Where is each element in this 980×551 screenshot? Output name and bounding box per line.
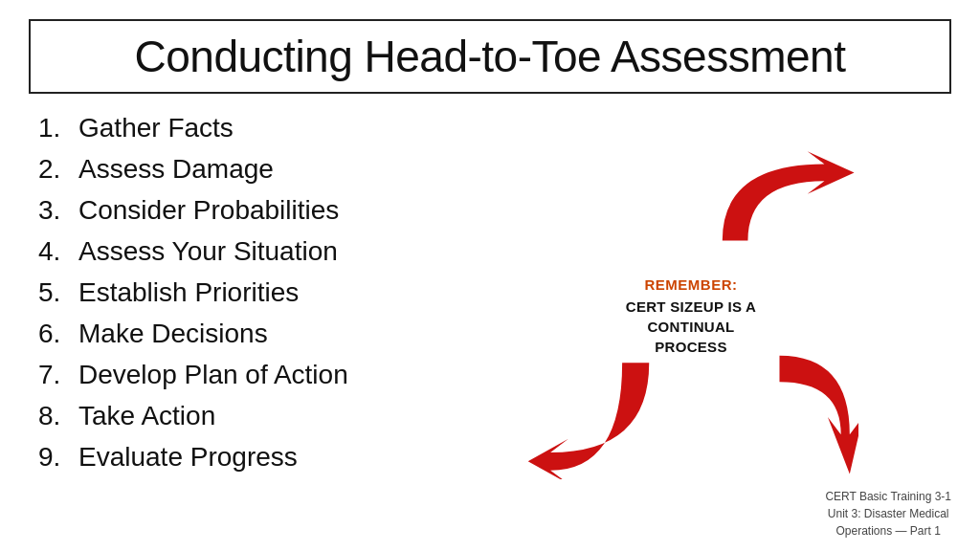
title-box: Conducting Head-to-Toe Assessment [29, 19, 951, 94]
arrow-top-icon [705, 144, 858, 269]
content-area: Gather Facts Assess Damage Consider Prob… [29, 111, 951, 522]
footer-line3: Operations — Part 1 [825, 522, 951, 540]
list-item: Assess Damage [38, 152, 431, 186]
footer-line2: Unit 3: Disaster Medical [825, 505, 951, 522]
footer: CERT Basic Training 3-1 Unit 3: Disaster… [825, 488, 951, 540]
list-item: Evaluate Progress [38, 440, 431, 474]
slide: Conducting Head-to-Toe Assessment Gather… [0, 0, 980, 551]
arrow-bottom-right-icon [753, 345, 858, 489]
remember-body: CERT SIZEUP IS A CONTINUAL PROCESS [610, 297, 772, 357]
list-item: Establish Priorities [38, 276, 431, 309]
list-item: Consider Probabilities [38, 193, 431, 227]
footer-line1: CERT Basic Training 3-1 [825, 488, 951, 505]
slide-title: Conducting Head-to-Toe Assessment [135, 32, 846, 81]
right-section: REMEMBER: CERT SIZEUP IS A CONTINUAL PRO… [431, 111, 951, 522]
list-item: Assess Your Situation [38, 234, 431, 268]
list-section: Gather Facts Assess Damage Consider Prob… [29, 111, 431, 481]
list-item: Make Decisions [38, 317, 431, 350]
list-item: Gather Facts [38, 111, 431, 144]
list-item: Develop Plan of Action [38, 358, 431, 391]
remember-label: REMEMBER: [610, 276, 772, 293]
arrow-bottom-left-icon [523, 336, 667, 479]
list-item: Take Action [38, 399, 431, 432]
recycle-diagram: REMEMBER: CERT SIZEUP IS A CONTINUAL PRO… [514, 135, 868, 498]
steps-list: Gather Facts Assess Damage Consider Prob… [38, 111, 431, 474]
remember-box: REMEMBER: CERT SIZEUP IS A CONTINUAL PRO… [610, 276, 772, 357]
